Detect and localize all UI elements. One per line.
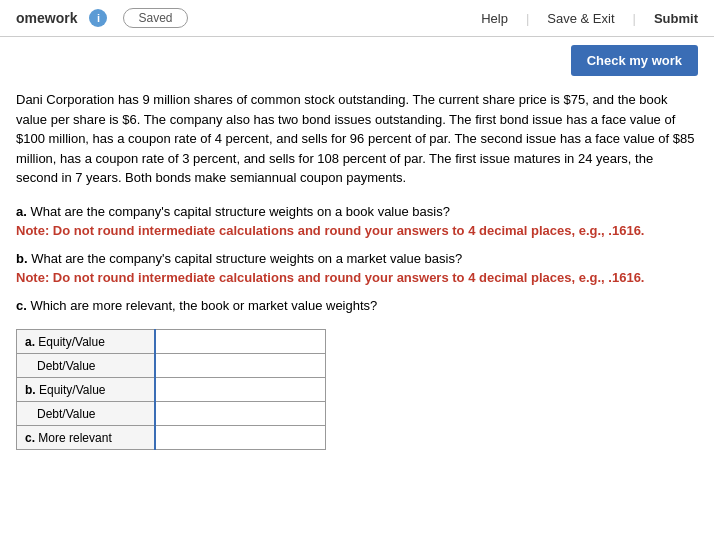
row-b-equity-input-cell [155, 378, 325, 402]
help-link[interactable]: Help [481, 11, 508, 26]
table-row: b. Equity/Value [17, 378, 326, 402]
question-a: a. What are the company's capital struct… [16, 202, 698, 241]
questions-section: a. What are the company's capital struct… [16, 202, 698, 316]
row-b-debt-input-cell [155, 402, 325, 426]
question-c: c. Which are more relevant, the book or … [16, 296, 698, 316]
question-a-text: What are the company's capital structure… [30, 204, 449, 219]
row-a-equity-input-cell [155, 330, 325, 354]
row-b-equity-label: b. Equity/Value [17, 378, 156, 402]
table-row: Debt/Value [17, 402, 326, 426]
info-icon[interactable]: i [89, 9, 107, 27]
input-b-equity[interactable] [156, 378, 325, 401]
question-a-note: Note: Do not round intermediate calculat… [16, 223, 644, 238]
check-btn-row: Check my work [0, 37, 714, 80]
page-title: omework [16, 10, 77, 26]
row-c-label: c. More relevant [17, 426, 156, 450]
main-content: Dani Corporation has 9 million shares of… [0, 80, 714, 466]
save-exit-button[interactable]: Save & Exit [547, 11, 614, 26]
top-nav: omework i Saved Help | Save & Exit | Sub… [0, 0, 714, 37]
table-row: c. More relevant [17, 426, 326, 450]
input-a-equity[interactable] [156, 330, 325, 353]
input-a-debt[interactable] [156, 354, 325, 377]
question-a-letter: a. [16, 204, 27, 219]
table-row: a. Equity/Value [17, 330, 326, 354]
row-c-input-cell [155, 426, 325, 450]
submit-button[interactable]: Submit [654, 11, 698, 26]
question-c-text: Which are more relevant, the book or mar… [30, 298, 377, 313]
question-b: b. What are the company's capital struct… [16, 249, 698, 288]
table-row: Debt/Value [17, 354, 326, 378]
problem-text: Dani Corporation has 9 million shares of… [16, 90, 698, 188]
question-b-text: What are the company's capital structure… [31, 251, 462, 266]
row-a-equity-label: a. Equity/Value [17, 330, 156, 354]
question-b-note: Note: Do not round intermediate calculat… [16, 270, 644, 285]
answer-table: a. Equity/Value Debt/Value b. Equity/Val… [16, 329, 326, 450]
saved-badge: Saved [123, 8, 187, 28]
row-b-debt-label: Debt/Value [17, 402, 156, 426]
input-b-debt[interactable] [156, 402, 325, 425]
row-a-debt-input-cell [155, 354, 325, 378]
question-b-letter: b. [16, 251, 28, 266]
row-a-debt-label: Debt/Value [17, 354, 156, 378]
input-c-more-relevant[interactable] [156, 426, 325, 449]
check-my-work-button[interactable]: Check my work [571, 45, 698, 76]
question-c-letter: c. [16, 298, 27, 313]
